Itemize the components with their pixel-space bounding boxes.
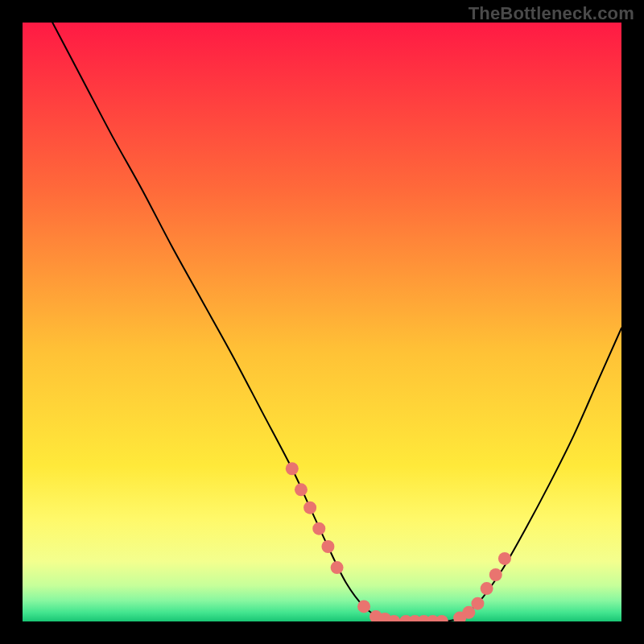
highlight-dot xyxy=(489,568,502,581)
highlight-dot xyxy=(481,582,493,595)
highlight-dot xyxy=(471,597,484,610)
chart-svg xyxy=(23,23,621,621)
highlight-dot xyxy=(321,540,334,553)
watermark-text: TheBottleneck.com xyxy=(469,3,634,24)
plot-area xyxy=(23,23,621,621)
highlight-dot xyxy=(312,522,325,535)
highlight-dot xyxy=(286,462,299,475)
highlight-dot xyxy=(295,483,308,496)
highlight-dot xyxy=(498,552,511,565)
highlight-dot xyxy=(357,600,370,613)
highlight-dot xyxy=(303,502,316,514)
chart-frame: TheBottleneck.com xyxy=(0,0,644,644)
highlight-dot xyxy=(331,561,344,574)
